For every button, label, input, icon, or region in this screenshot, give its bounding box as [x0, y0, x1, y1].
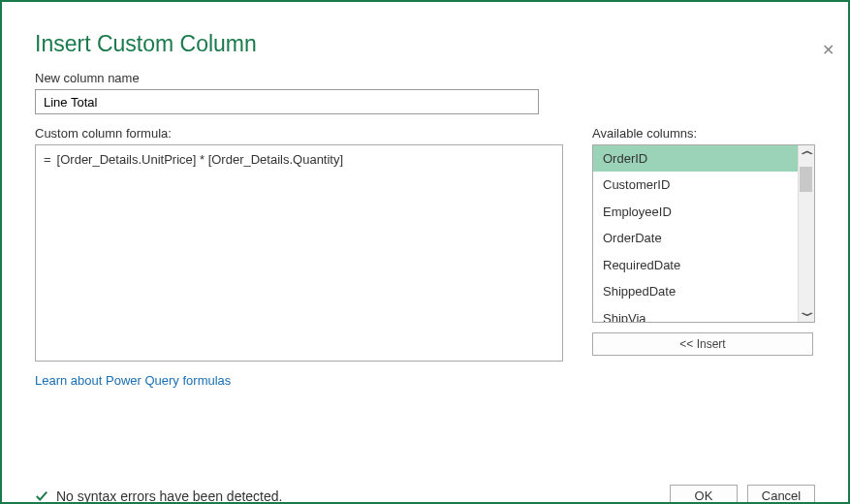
- scroll-up-icon[interactable]: ⌃: [795, 147, 815, 165]
- cancel-button[interactable]: Cancel: [747, 485, 815, 504]
- column-name-input[interactable]: [35, 89, 539, 114]
- dialog-title: Insert Custom Column: [35, 31, 815, 57]
- list-item[interactable]: OrderDate: [593, 225, 814, 251]
- list-item[interactable]: CustomerID: [593, 172, 814, 198]
- list-item[interactable]: EmployeeID: [593, 199, 814, 225]
- insert-custom-column-dialog: ✕ Insert Custom Column New column name C…: [2, 31, 848, 504]
- list-item[interactable]: ShipVia: [593, 305, 814, 322]
- available-columns-list: OrderIDCustomerIDEmployeeIDOrderDateRequ…: [592, 144, 815, 323]
- list-item[interactable]: ShippedDate: [593, 278, 814, 304]
- ok-button[interactable]: OK: [670, 485, 738, 504]
- formula-textarea[interactable]: = [Order_Details.UnitPrice] * [Order_Det…: [35, 144, 563, 362]
- scrollbar[interactable]: ⌃ ⌄: [798, 145, 814, 322]
- check-icon: [35, 489, 48, 503]
- scroll-down-icon[interactable]: ⌄: [795, 302, 815, 320]
- formula-prefix: =: [44, 151, 51, 355]
- learn-link[interactable]: Learn about Power Query formulas: [35, 373, 231, 388]
- column-name-label: New column name: [35, 71, 815, 85]
- close-icon[interactable]: ✕: [822, 43, 834, 58]
- status-bar: No syntax errors have been detected.: [35, 488, 282, 504]
- formula-label: Custom column formula:: [35, 126, 563, 141]
- scroll-thumb[interactable]: [800, 167, 812, 192]
- insert-column-button[interactable]: << Insert: [592, 332, 813, 356]
- list-item[interactable]: OrderID: [593, 145, 814, 172]
- status-text: No syntax errors have been detected.: [56, 488, 282, 504]
- available-columns-label: Available columns:: [592, 126, 815, 141]
- formula-content: [Order_Details.UnitPrice] * [Order_Detai…: [57, 151, 344, 355]
- list-item[interactable]: RequiredDate: [593, 252, 814, 278]
